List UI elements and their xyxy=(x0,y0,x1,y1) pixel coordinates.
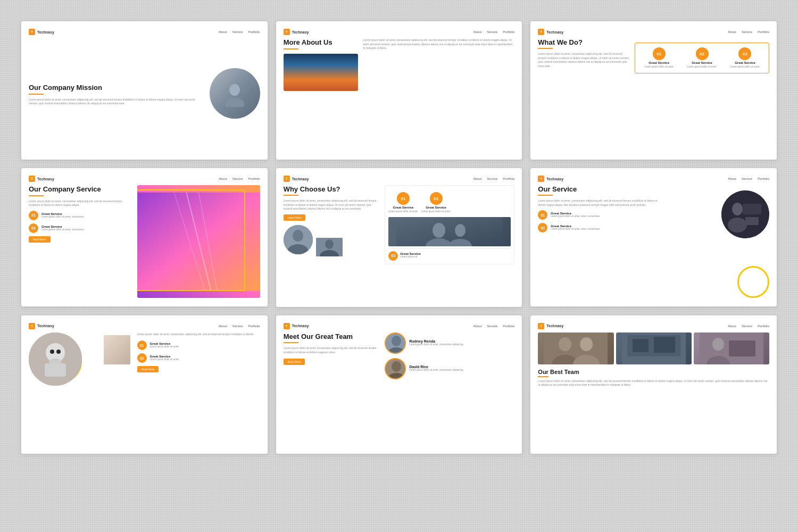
svg-point-29 xyxy=(392,336,401,346)
slide-why-choose: T Technasy About Service Portfolio Why C… xyxy=(276,168,522,306)
mission-image xyxy=(210,68,260,119)
slide3-right: 01 Great Service Lorem ipsum dolor sit a… xyxy=(635,38,769,151)
svg-point-13 xyxy=(433,223,445,238)
team-member-2: David Rice Lorem ipsum dolor sit amet, c… xyxy=(385,358,514,379)
logo-4: T Technasy xyxy=(29,176,54,182)
svg-point-25 xyxy=(56,350,61,354)
why-choose-body: Lorem ipsum dolor sit amet, consectetur … xyxy=(284,199,381,211)
robot-image-container xyxy=(29,332,82,386)
robot-service-info-1: Great Service Lorem ipsum dolor sit amet… xyxy=(150,342,260,348)
best-team-body: Lorem ipsum dolor sit amet, consectetur … xyxy=(538,379,769,387)
team-icon xyxy=(388,217,511,246)
why-badge-02: 02 xyxy=(430,192,443,205)
about-image xyxy=(284,54,358,91)
slide-nav-8: T Technasy About Service Portfolio xyxy=(284,323,515,329)
slide-nav-6: T Technasy About Service Portfolio xyxy=(538,176,769,182)
logo-icon-1: T xyxy=(29,29,35,35)
slide6-body: Our Service Lorem ipsum dolor sit amet, … xyxy=(538,185,769,298)
slide9-images xyxy=(538,332,769,364)
service-info-1: Great Service Lorem ipsum dolor sit amet… xyxy=(41,212,133,219)
read-more-btn-8[interactable]: Read More xyxy=(284,359,305,365)
whatwedo-body: Lorem ipsum dolor sit amet, consectetur … xyxy=(538,52,630,68)
read-more-btn-7[interactable]: Read More xyxy=(137,366,159,372)
why-choose-title: Why Choose Us? xyxy=(284,185,381,193)
logo-icon-2: T xyxy=(284,29,290,35)
orange-line-3 xyxy=(538,48,553,49)
why-choose-service-box: 01 Great Service Lorem ipsum dolor sit a… xyxy=(385,185,514,264)
tech-person-icon xyxy=(721,190,769,238)
lights-icon xyxy=(137,185,260,298)
svg-point-0 xyxy=(229,84,240,96)
our-service-info-2: Great Service Lorem ipsum dolor sit amet… xyxy=(551,225,665,231)
slide2-right: Lorem ipsum dolor sit amet, consectetur … xyxy=(363,38,515,151)
nav-links-7: About Service Portfolio xyxy=(219,325,260,328)
slide5-left: Why Choose Us? Lorem ipsum dolor sit ame… xyxy=(284,185,381,298)
member-1-avatar xyxy=(385,332,406,354)
team-body: Lorem ipsum dolor sit amet, consectetur … xyxy=(284,346,381,354)
orange-line-6 xyxy=(538,195,553,196)
slide7-right: Lorem ipsum dolor sit amet, consectetur … xyxy=(137,332,260,445)
member1-icon xyxy=(386,334,406,354)
why-badge-01: 01 xyxy=(397,192,410,205)
slide8-body: Meet Our Great Team Lorem ipsum dolor si… xyxy=(284,332,515,445)
slide1-body: Our Company Mission Lorem ipsum dolor si… xyxy=(29,38,260,151)
svg-point-19 xyxy=(728,218,747,232)
mission-title: Our Company Mission xyxy=(29,84,196,92)
logo-icon-6: T xyxy=(538,176,544,182)
team-img-3 xyxy=(694,332,769,364)
robot-service-2: 02 Great Service Lorem ipsum dolor sit a… xyxy=(137,353,260,363)
slide4-body: Our Company Service Lorem ipsum dolor si… xyxy=(29,185,260,298)
team-photo-3 xyxy=(694,332,769,364)
learn-more-btn[interactable]: Learn More xyxy=(284,214,306,221)
logo-icon-4: T xyxy=(29,176,35,182)
slide-nav-4: T Technasy About Service Portfolio xyxy=(29,176,260,182)
member-2-img xyxy=(386,359,405,378)
robot-image xyxy=(29,332,82,386)
mission-img-inner xyxy=(210,68,260,119)
member-1-info: Rodney Renda Lorem ipsum dolor sit amet,… xyxy=(409,339,464,346)
why-choose-badges xyxy=(316,238,343,256)
our-service-body: Lorem ipsum dolor sit amet, consectetur … xyxy=(538,199,665,207)
slide8-left: Meet Our Great Team Lorem ipsum dolor si… xyxy=(284,332,381,445)
badge-s1: 01 xyxy=(29,211,38,220)
logo-5: T Technasy xyxy=(284,176,309,182)
svg-point-18 xyxy=(732,203,743,215)
team-title: Meet Our Great Team xyxy=(284,332,381,341)
nav-links-9: About Service Portfolio xyxy=(728,325,769,328)
slide3-left: What We Do? Lorem ipsum dolor sit amet, … xyxy=(538,38,630,151)
why-service-03: 03 Great Service Lorem ipsum sit. xyxy=(388,248,511,261)
svg-point-24 xyxy=(50,350,54,354)
nav-links-2: About Service Portfolio xyxy=(473,30,515,34)
people-circle xyxy=(284,225,313,254)
robot-badge-02: 02 xyxy=(137,353,147,363)
mission-body: Lorem ipsum dolor sit amet, consectetur … xyxy=(29,98,196,106)
svg-point-10 xyxy=(325,239,334,249)
nav-links-4: About Service Portfolio xyxy=(219,177,260,180)
logo-9: T Technasy xyxy=(538,323,563,329)
member-2-desc: Lorem ipsum dolor sit amet, consectetur … xyxy=(409,369,464,372)
logo-7: T Technasy xyxy=(29,323,54,329)
team-member-1: Rodney Renda Lorem ipsum dolor sit amet,… xyxy=(385,332,514,354)
slides-grid: T Technasy About Service Portfolio Our C… xyxy=(21,21,777,454)
logo-1: T Technasy xyxy=(29,29,54,35)
whatwedo-title: What We Do? xyxy=(538,38,630,46)
svg-rect-46 xyxy=(729,340,755,356)
why-badge-1: 01 Great Service Lorem ipsum dolor sit a… xyxy=(388,192,418,213)
team-img-1 xyxy=(538,332,613,364)
our-service-items: 01 Great Service Lorem ipsum dolor sit a… xyxy=(538,210,665,232)
best-team-info: Our Best Team Lorem ipsum dolor sit amet… xyxy=(538,369,769,445)
orange-line-1 xyxy=(29,94,44,95)
read-more-btn-4[interactable]: Read More xyxy=(29,236,51,243)
nav-links-5: About Service Portfolio xyxy=(473,177,515,180)
slide5-body: Why Choose Us? Lorem ipsum dolor sit ame… xyxy=(284,185,515,298)
member-1-img xyxy=(386,334,405,353)
slide2-body: More About Us Lorem ipsum dolor sit amet… xyxy=(284,38,515,151)
robot-service-info-2: Great Service Lorem ipsum dolor sit amet… xyxy=(150,355,260,361)
svg-rect-20 xyxy=(743,204,761,214)
badge-02: 02 xyxy=(696,47,709,60)
slide7-left xyxy=(29,332,133,445)
slide-whatwedo: T Technasy About Service Portfolio What … xyxy=(530,21,777,160)
team-photo-2 xyxy=(616,332,692,364)
service-item-2: 02 Great Service Lorem ipsum dolor sit a… xyxy=(687,47,717,69)
our-badge-02: 02 xyxy=(538,223,547,232)
